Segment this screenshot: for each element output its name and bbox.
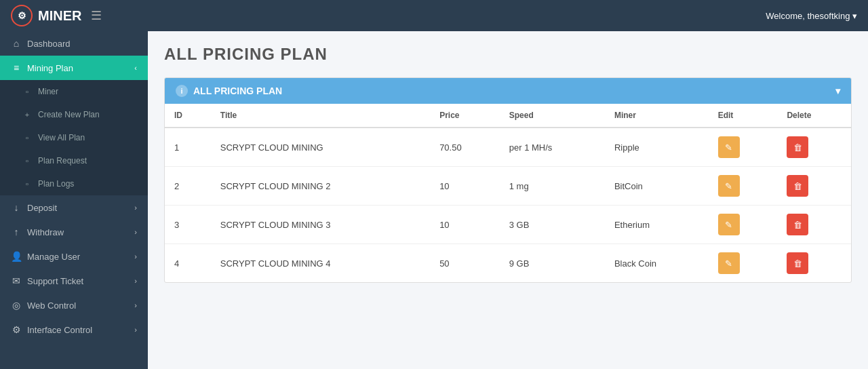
sidebar-item-plan-request[interactable]: ▫ Plan Request xyxy=(0,149,148,172)
plan-request-icon: ▫ xyxy=(22,157,33,165)
edit-button-3[interactable]: ✎ xyxy=(718,252,740,274)
cell-price-1: 10 xyxy=(430,167,500,206)
hamburger-icon[interactable]: ☰ xyxy=(91,8,102,23)
support-chevron-icon: › xyxy=(134,277,137,285)
sidebar-item-deposit[interactable]: ↓ Deposit › xyxy=(0,195,148,220)
mining-plan-submenu: ▫ Miner + Create New Plan ▫ View All Pla… xyxy=(0,80,148,195)
col-edit: Edit xyxy=(709,104,778,128)
table-row: 4SCRYPT CLOUD MINING 4509 GBBlack Coin✎🗑 xyxy=(165,244,851,283)
logo: ⚙ MINER xyxy=(11,5,81,26)
welcome-text: Welcome, thesoftking xyxy=(766,11,850,21)
delete-button-1[interactable]: 🗑 xyxy=(787,175,808,197)
plan-logs-icon: ▫ xyxy=(22,180,33,188)
sidebar-item-support-ticket[interactable]: ✉ Support Ticket › xyxy=(0,269,148,293)
cell-speed-3: 9 GB xyxy=(500,244,605,283)
cell-edit-1: ✎ xyxy=(709,167,778,206)
cell-delete-1: 🗑 xyxy=(777,167,851,206)
cell-edit-0: ✎ xyxy=(709,128,778,167)
cell-title-1: SCRYPT CLOUD MINING 2 xyxy=(211,167,430,206)
col-price: Price xyxy=(430,104,500,128)
sidebar-item-plan-logs[interactable]: ▫ Plan Logs xyxy=(0,172,148,195)
table-row: 2SCRYPT CLOUD MINING 2101 mgBitCoin✎🗑 xyxy=(165,167,851,206)
topnav-chevron: ▾ xyxy=(852,11,857,21)
edit-button-0[interactable]: ✎ xyxy=(718,136,740,158)
panel-collapse-icon[interactable]: ▾ xyxy=(835,85,840,96)
sidebar-label-web-control: Web Control xyxy=(27,300,76,311)
table-row: 3SCRYPT CLOUD MINING 3103 GBEtherium✎🗑 xyxy=(165,206,851,244)
manage-user-icon: 👤 xyxy=(11,251,22,262)
miner-icon: ▫ xyxy=(22,88,33,96)
cell-delete-2: 🗑 xyxy=(777,206,851,244)
interface-control-icon: ⚙ xyxy=(11,324,22,335)
sidebar-label-mining-plan: Mining Plan xyxy=(27,63,73,73)
col-miner: Miner xyxy=(605,104,709,128)
chevron-left-icon: ‹ xyxy=(134,64,137,72)
edit-button-1[interactable]: ✎ xyxy=(718,175,740,197)
cell-id-0: 1 xyxy=(165,128,211,167)
table-row: 1SCRYPT CLOUD MINING70.50per 1 MH/sRippl… xyxy=(165,128,851,167)
mining-plan-icon: ≡ xyxy=(11,62,22,73)
panel-header: i ALL PRICING PLAN ▾ xyxy=(165,78,851,104)
table-header-row: ID Title Price Speed Miner Edit Delete xyxy=(165,104,851,128)
sidebar-item-manage-user[interactable]: 👤 Manage User › xyxy=(0,244,148,269)
cell-miner-2: Etherium xyxy=(605,206,709,244)
delete-button-2[interactable]: 🗑 xyxy=(787,214,808,235)
sidebar-label-plan-request: Plan Request xyxy=(38,156,87,166)
sidebar-label-interface-control: Interface Control xyxy=(27,325,92,335)
sidebar: ⌂ Dashboard ≡ Mining Plan ‹ ▫ Miner + Cr… xyxy=(0,31,148,369)
cell-speed-1: 1 mg xyxy=(500,167,605,206)
cell-title-3: SCRYPT CLOUD MINING 4 xyxy=(211,244,430,283)
delete-button-3[interactable]: 🗑 xyxy=(787,252,808,274)
panel-body: ID Title Price Speed Miner Edit Delete 1… xyxy=(165,104,851,282)
deposit-icon: ↓ xyxy=(11,202,22,213)
edit-button-2[interactable]: ✎ xyxy=(718,214,740,235)
col-id: ID xyxy=(165,104,211,128)
sidebar-item-withdraw[interactable]: ↑ Withdraw › xyxy=(0,220,148,244)
delete-button-0[interactable]: 🗑 xyxy=(787,136,808,158)
support-ticket-icon: ✉ xyxy=(11,275,22,286)
col-delete: Delete xyxy=(777,104,851,128)
cell-title-0: SCRYPT CLOUD MINING xyxy=(211,128,430,167)
info-icon: i xyxy=(176,85,188,97)
topnav-left: ⚙ MINER ☰ xyxy=(11,5,102,26)
sidebar-item-create-new-plan[interactable]: + Create New Plan xyxy=(0,103,148,126)
sidebar-item-view-all-plan[interactable]: ▫ View All Plan xyxy=(0,126,148,149)
sidebar-label-view-all-plan: View All Plan xyxy=(38,133,85,142)
sidebar-label-miner: Miner xyxy=(38,87,58,96)
dashboard-icon: ⌂ xyxy=(11,38,22,49)
sidebar-label-support-ticket: Support Ticket xyxy=(27,276,83,286)
cell-miner-3: Black Coin xyxy=(605,244,709,283)
sidebar-item-dashboard[interactable]: ⌂ Dashboard xyxy=(0,31,148,56)
cell-miner-1: BitCoin xyxy=(605,167,709,206)
topnav: ⚙ MINER ☰ Welcome, thesoftking ▾ xyxy=(0,0,868,31)
cell-id-3: 4 xyxy=(165,244,211,283)
cell-speed-2: 3 GB xyxy=(500,206,605,244)
manage-user-chevron-icon: › xyxy=(134,252,137,260)
sidebar-item-interface-control[interactable]: ⚙ Interface Control › xyxy=(0,317,148,342)
cell-price-0: 70.50 xyxy=(430,128,500,167)
sidebar-item-web-control[interactable]: ◎ Web Control › xyxy=(0,293,148,317)
panel-header-left: i ALL PRICING PLAN xyxy=(176,85,282,97)
sidebar-label-dashboard: Dashboard xyxy=(27,39,71,49)
interface-control-chevron-icon: › xyxy=(134,326,137,334)
logo-text: MINER xyxy=(38,8,81,24)
sidebar-label-plan-logs: Plan Logs xyxy=(38,179,74,189)
cell-speed-0: per 1 MH/s xyxy=(500,128,605,167)
sidebar-label-create-new-plan: Create New Plan xyxy=(38,110,100,119)
col-speed: Speed xyxy=(500,104,605,128)
withdraw-chevron-icon: › xyxy=(134,228,137,236)
cell-delete-0: 🗑 xyxy=(777,128,851,167)
panel-title: ALL PRICING PLAN xyxy=(193,85,282,96)
sidebar-label-manage-user: Manage User xyxy=(27,252,80,262)
cell-price-2: 10 xyxy=(430,206,500,244)
cell-id-2: 3 xyxy=(165,206,211,244)
topnav-welcome: Welcome, thesoftking ▾ xyxy=(766,11,857,21)
sidebar-item-miner[interactable]: ▫ Miner xyxy=(0,80,148,103)
cell-edit-3: ✎ xyxy=(709,244,778,283)
layout: ⌂ Dashboard ≡ Mining Plan ‹ ▫ Miner + Cr… xyxy=(0,31,868,369)
web-control-icon: ◎ xyxy=(11,300,22,311)
sidebar-item-mining-plan[interactable]: ≡ Mining Plan ‹ xyxy=(0,56,148,80)
cell-delete-3: 🗑 xyxy=(777,244,851,283)
logo-icon: ⚙ xyxy=(11,5,33,26)
create-plan-icon: + xyxy=(22,111,33,119)
